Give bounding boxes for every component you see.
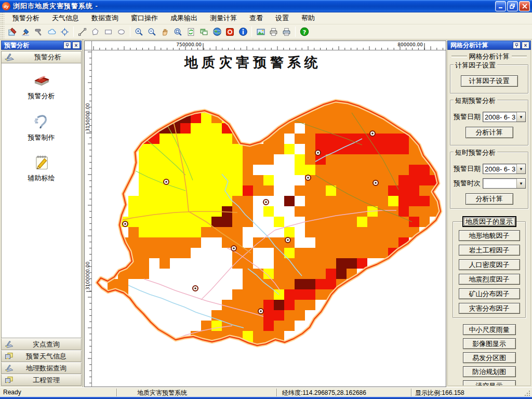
warning-time-combo[interactable]: ▼ <box>483 178 526 189</box>
menu-result-output[interactable]: 成果输出 <box>164 12 204 24</box>
globe-icon[interactable] <box>210 25 223 38</box>
warning-date-label: 预警日期 <box>454 164 481 174</box>
left-panel-title-bar: 预警分析 × <box>1 41 82 50</box>
left-panel-title: 预警分析 <box>4 41 62 50</box>
chevron-down-icon[interactable]: ▼ <box>516 179 525 188</box>
color-fill-icon[interactable] <box>19 25 32 38</box>
mine-factor-button[interactable]: 矿山分布因子 <box>459 288 520 299</box>
calc-factor-settings-button[interactable]: 计算因子设置 <box>461 75 518 87</box>
left-panel-header[interactable]: 预警分析 <box>1 51 82 63</box>
application-window: dy 浏阳市地质灾害预警系统 - 预警分析 天气信息 数据查询 窗口操作 成果输… <box>0 0 532 399</box>
menu-settings[interactable]: 设置 <box>269 12 295 24</box>
menu-data-query[interactable]: 数据查询 <box>85 12 125 24</box>
chevron-down-icon[interactable]: ▼ <box>516 112 525 122</box>
pin-icon[interactable] <box>513 42 521 49</box>
cloud-icon[interactable] <box>45 25 58 38</box>
resize-grip[interactable] <box>524 390 531 397</box>
close-icon[interactable]: × <box>72 42 80 49</box>
zoom-extent-icon[interactable] <box>171 25 184 38</box>
zoom-in-icon[interactable] <box>132 25 145 38</box>
menu-measure-calc[interactable]: 测量计算 <box>204 12 243 24</box>
geo-factor-display-button[interactable]: 地质因子的显示 <box>462 216 516 227</box>
tool-warning-analysis[interactable]: 预警分析 <box>2 71 81 101</box>
toolbar: ? <box>0 24 532 39</box>
menu-grip[interactable] <box>0 12 4 24</box>
warning-date-label: 预警日期 <box>454 112 481 122</box>
close-icon[interactable]: × <box>522 42 529 49</box>
zoom-out-icon[interactable] <box>145 25 158 38</box>
warning-date-value: 2008- 6- 3 <box>483 112 516 122</box>
toolbar-grip[interactable] <box>0 24 4 39</box>
stop-icon[interactable] <box>223 25 236 38</box>
window-controls <box>495 1 532 11</box>
section-label: 工程管理 <box>15 376 78 385</box>
close-button[interactable] <box>519 1 530 11</box>
print-icon[interactable] <box>267 25 280 38</box>
disaster-factor-button[interactable]: 灾害分布因子 <box>459 303 520 314</box>
menu-weather-info[interactable]: 天气信息 <box>46 12 85 24</box>
left-panel-content: 预警分析 预警制作 辅助标绘 <box>1 63 82 338</box>
analysis-calc-button[interactable]: 分析计算 <box>466 127 513 138</box>
right-panel-content: 网格分析计算 计算因子设置 计算因子设置 短期预警分析 预警日期 2008- 6… <box>447 50 531 386</box>
tool-label: 辅助标绘 <box>28 174 55 183</box>
right-dock-panel: 网格分析计算 × 网格分析计算 计算因子设置 计算因子设置 短期预警分析 预警日… <box>446 39 532 387</box>
section-project-management[interactable]: 工程管理 <box>1 374 82 386</box>
section-label: 预警天气信息 <box>15 352 78 361</box>
geotech-factor-button[interactable]: 岩土工程因子 <box>459 245 520 256</box>
warning-time-label: 预警时次 <box>454 179 481 188</box>
section-disaster-point-query[interactable]: 灾点查询 <box>1 338 82 350</box>
refresh-view-icon[interactable] <box>184 25 197 38</box>
seismic-factor-button[interactable]: 地震烈度因子 <box>459 274 520 285</box>
section-geo-data-query[interactable]: 地理数据查询 <box>1 362 82 374</box>
image-display-button[interactable]: 影像图显示 <box>463 338 516 349</box>
menu-view[interactable]: 查看 <box>243 12 269 24</box>
section-warning-weather-info[interactable]: 预警天气信息 <box>1 350 82 362</box>
center-target-icon[interactable] <box>58 25 71 38</box>
edit-map-icon[interactable] <box>6 25 19 38</box>
tool-label: 预警分析 <box>28 91 55 101</box>
map-title: 地质灾害预警系统 <box>184 55 322 70</box>
book-icon <box>32 71 51 89</box>
pin-icon[interactable] <box>63 42 71 49</box>
map-image-icon[interactable] <box>254 25 267 38</box>
minimize-button[interactable] <box>495 1 506 11</box>
immediate-warning-group: 短时预警分析 预警日期 2008- 6- 3 ▼ 预警时次 ▼ <box>450 152 528 209</box>
map-canvas[interactable]: 地质灾害预警系统 <box>92 50 446 387</box>
population-factor-button[interactable]: 人口密度因子 <box>459 259 520 270</box>
menu-warning-analysis[interactable]: 预警分析 <box>6 12 46 24</box>
menu-window-ops[interactable]: 窗口操作 <box>125 12 164 24</box>
ellipse-tool-icon[interactable] <box>115 25 128 38</box>
stamp-icon <box>4 53 15 61</box>
menu-help[interactable]: 帮助 <box>295 12 321 24</box>
hammer-icon[interactable] <box>32 25 45 38</box>
rectangle-tool-icon[interactable] <box>102 25 115 38</box>
help-icon[interactable]: ? <box>298 25 311 38</box>
susceptibility-zone-button[interactable]: 易发分区图 <box>463 352 516 363</box>
analysis-calc-button[interactable]: 分析计算 <box>466 193 513 205</box>
app-logo-icon: dy <box>2 2 10 10</box>
tool-warning-production[interactable]: 预警制作 <box>2 112 81 142</box>
pan-hand-icon[interactable] <box>158 25 171 38</box>
status-ready: Ready <box>3 389 21 396</box>
print-preview-icon[interactable] <box>280 25 293 38</box>
left-panel-sections: 灾点查询 预警天气信息 地理数据查询 工程管理 <box>1 338 82 386</box>
tool-auxiliary-plotting[interactable]: 辅助标绘 <box>2 153 81 183</box>
status-bar: Ready 地质灾害预警系统 经纬度:114.296875,28.162686 … <box>0 387 532 397</box>
warning-date-combo[interactable]: 2008- 6- 3 ▼ <box>483 112 526 122</box>
menu-bar: 预警分析 天气信息 数据查询 窗口操作 成果输出 测量计算 查看 设置 帮助 <box>0 12 532 24</box>
info-icon[interactable] <box>236 25 249 38</box>
layers-icon <box>5 352 14 360</box>
prevention-plan-button[interactable]: 防治规划图 <box>463 366 516 377</box>
status-separator <box>411 389 412 396</box>
cascade-windows-icon[interactable] <box>197 25 210 38</box>
polygon-tool-icon[interactable] <box>89 25 102 38</box>
panel-legend-label: 网格分析计算 <box>469 52 510 61</box>
group-label: 短期预警分析 <box>454 96 497 105</box>
clear-display-button[interactable]: 清空显示 <box>463 380 516 386</box>
line-tool-icon[interactable] <box>76 25 89 38</box>
rainfall-scale-button[interactable]: 中小尺度雨量 <box>463 324 516 335</box>
terrain-factor-button[interactable]: 地形地貌因子 <box>459 230 520 241</box>
warning-date-combo[interactable]: 2008- 6- 3 ▼ <box>483 164 526 174</box>
restore-button[interactable] <box>507 1 518 11</box>
chevron-down-icon[interactable]: ▼ <box>516 164 525 174</box>
